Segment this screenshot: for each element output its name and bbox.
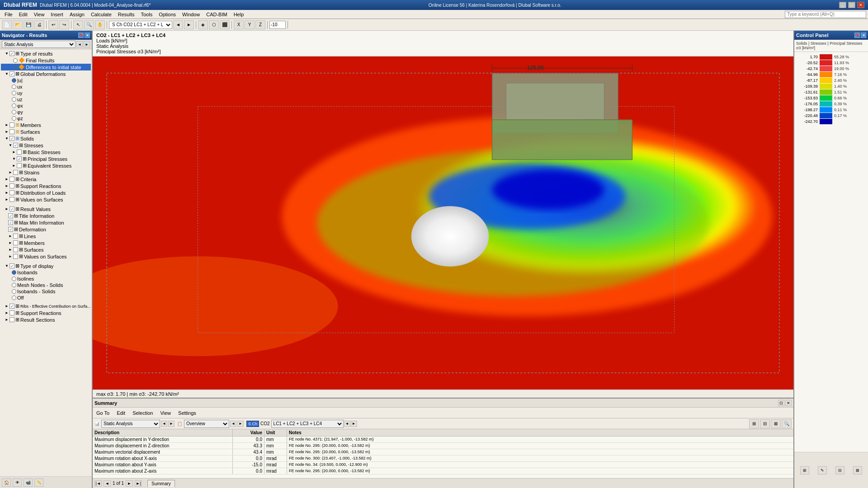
table-row[interactable]: Maximum vectorial displacement 43.4 mm F… — [93, 449, 793, 455]
check-solids[interactable] — [9, 136, 14, 141]
check-result-sec[interactable] — [9, 317, 14, 322]
check-type-results[interactable] — [9, 51, 14, 56]
nav-isolines[interactable]: Isolines — [1, 276, 91, 282]
check-lines[interactable] — [13, 234, 18, 239]
nav-stresses[interactable]: ▼ ⊞ Stresses — [1, 142, 91, 149]
nav-criteria[interactable]: ► ⊞ Criteria — [1, 176, 91, 183]
menu-help[interactable]: Help — [231, 11, 247, 18]
nav-ribs[interactable]: ► ⊞ Ribs - Effective Contribution on Sur… — [1, 303, 91, 310]
radio-isobands[interactable] — [12, 270, 16, 275]
nav-tb-btn4[interactable]: 📏 — [34, 479, 43, 487]
nav-dist-loads[interactable]: ► ⊞ Distribution of Loads — [1, 189, 91, 196]
summary-overview-combo[interactable]: Overview — [184, 420, 229, 428]
nav-result-sections[interactable]: ► ⊞ Result Sections — [1, 316, 91, 323]
cp-tb2[interactable]: ✎ — [818, 466, 827, 474]
tb-redo[interactable]: ↪ — [59, 20, 69, 29]
page-next[interactable]: ► — [126, 480, 133, 487]
cp-tb1[interactable]: ⊞ — [800, 466, 809, 474]
nav-equivalent[interactable]: ► ⊞ Equivalent Stresses — [1, 162, 91, 169]
search-input[interactable] — [785, 11, 866, 18]
menu-insert[interactable]: Insert — [48, 11, 66, 18]
summary-next[interactable]: ► — [168, 421, 175, 427]
page-last[interactable]: ►| — [135, 480, 142, 487]
summary-analysis-combo[interactable]: Static Analysis — [101, 420, 160, 428]
nav-analysis-select[interactable]: Static Analysis — [2, 41, 75, 48]
tb-zview[interactable]: Z — [255, 20, 265, 29]
check-ribs[interactable] — [9, 304, 14, 309]
radio-u[interactable] — [12, 78, 16, 83]
summary-tab[interactable]: Summary — [147, 480, 175, 487]
tb-wireframe[interactable]: ⬡ — [209, 20, 219, 29]
check-basic[interactable] — [17, 150, 22, 155]
nav-uy[interactable]: uy — [1, 90, 91, 96]
summary-ov-next[interactable]: ► — [237, 421, 244, 427]
summary-view[interactable]: View — [158, 409, 173, 417]
check-equiv[interactable] — [17, 163, 22, 168]
table-row[interactable]: Maximum rotation about X-axis 0.0 mrad F… — [93, 455, 793, 462]
nav-u[interactable]: |u| — [1, 77, 91, 84]
menu-cad-bim[interactable]: CAD-BIM — [203, 11, 230, 18]
check-vals2[interactable] — [13, 254, 18, 259]
radio-isobands-s[interactable] — [12, 289, 16, 294]
nav-next[interactable]: ► — [84, 41, 90, 47]
scale-input[interactable] — [269, 21, 286, 29]
radio-uy[interactable] — [12, 91, 16, 95]
nav-tb-btn1[interactable]: 🏠 — [2, 479, 11, 487]
summary-close[interactable]: ✕ — [785, 400, 792, 406]
tb-print[interactable]: 🖨 — [34, 20, 44, 29]
nav-members[interactable]: ► ⊞ Members — [1, 122, 91, 128]
tb-new[interactable]: 📄 — [2, 20, 12, 29]
check-result-vals[interactable] — [9, 206, 14, 211]
summary-tb2[interactable]: ⊟ — [760, 419, 770, 428]
summary-tb1[interactable]: ⊞ — [749, 419, 759, 428]
nav-strains[interactable]: ► ⊞ Strains — [1, 169, 91, 176]
tb-open[interactable]: 📂 — [13, 20, 23, 29]
summary-tb3[interactable]: ⊠ — [771, 419, 781, 428]
table-row[interactable]: Maximum displacement in Y-direction 0.0 … — [93, 436, 793, 443]
nav-prev[interactable]: ◄ — [76, 41, 83, 47]
nav-values-surfaces[interactable]: ► ⊞ Values on Surfaces — [1, 196, 91, 203]
check-title[interactable] — [8, 213, 13, 218]
tb-prev-lc[interactable]: ◄ — [173, 20, 183, 29]
check-strains[interactable] — [13, 170, 18, 175]
summary-ov-prev[interactable]: ◄ — [230, 421, 236, 427]
menu-assign[interactable]: Assign — [67, 11, 87, 18]
menu-window[interactable]: Window — [179, 11, 203, 18]
summary-prev[interactable]: ◄ — [161, 421, 167, 427]
nav-tb-btn3[interactable]: 📹 — [24, 479, 33, 487]
nav-result-values[interactable]: ► ⊞ Result Values — [1, 206, 91, 212]
nav-values-surfaces2[interactable]: ► ⊞ Values on Surfaces — [1, 253, 91, 260]
radio-phix[interactable] — [12, 103, 16, 108]
menu-results[interactable]: Results — [115, 11, 137, 18]
radio-off[interactable] — [12, 296, 16, 300]
summary-expand[interactable]: ⊡ — [778, 400, 784, 406]
nav-principal[interactable]: ▼ ⊞ Principal Stresses — [1, 155, 91, 162]
check-surfaces[interactable] — [9, 129, 14, 134]
lc-combo[interactable]: S Ch CO2 LC1 + LC2 + LC3 + LC4 — [109, 21, 172, 29]
nav-title-info[interactable]: ⊞ Title Information — [1, 212, 91, 219]
cp-close[interactable]: ✕ — [861, 33, 866, 38]
radio-isolines[interactable] — [12, 277, 16, 281]
tb-yview[interactable]: Y — [245, 20, 255, 29]
nav-deformation[interactable]: ⊞ Deformation — [1, 226, 91, 233]
cp-pin[interactable]: 📌 — [854, 33, 860, 38]
nav-uz[interactable]: uz — [1, 96, 91, 103]
check-principal[interactable] — [17, 156, 22, 161]
summary-goto[interactable]: Go To — [94, 409, 111, 417]
check-members[interactable] — [9, 122, 14, 127]
nav-surfaces2[interactable]: ► ⊞ Surfaces — [1, 246, 91, 253]
menu-edit[interactable]: Edit — [16, 11, 30, 18]
check-support2[interactable] — [9, 310, 14, 315]
nav-members2[interactable]: ► ⊞ Members — [1, 239, 91, 246]
table-row[interactable]: Maximum displacement in Z-direction 43.3… — [93, 443, 793, 449]
radio-ux[interactable] — [12, 84, 16, 89]
nav-type-of-results[interactable]: ▼ ⊞ Type of results — [1, 50, 91, 57]
nav-surfaces[interactable]: ► ⊞ Surfaces — [1, 128, 91, 135]
table-row[interactable]: Maximum rotation about Y-axis -15.0 mrad… — [93, 462, 793, 468]
menu-tools[interactable]: Tools — [138, 11, 155, 18]
nav-lines[interactable]: ► ⊞ Lines — [1, 233, 91, 239]
cp-tb3[interactable]: ⊟ — [835, 466, 844, 474]
tb-undo[interactable]: ↩ — [48, 20, 58, 29]
tb-save[interactable]: 💾 — [24, 20, 33, 29]
nav-maxmin[interactable]: ⊞ Max Min Information — [1, 219, 91, 226]
